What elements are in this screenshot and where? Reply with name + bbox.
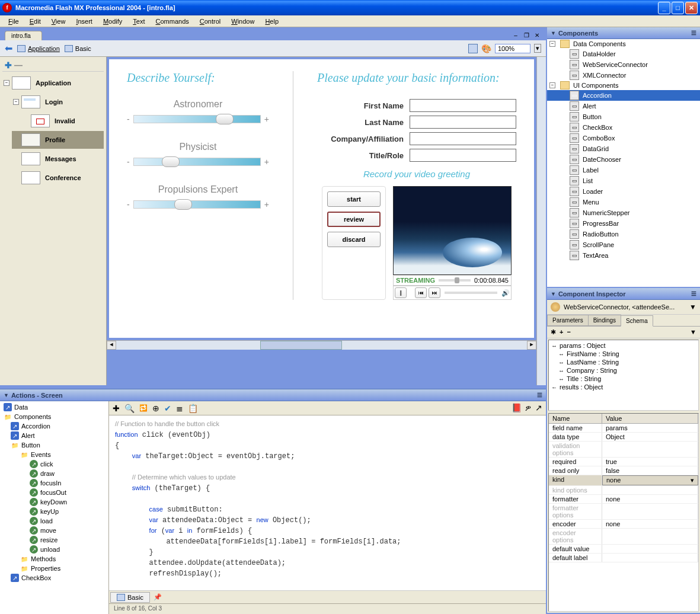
volume-icon[interactable]: 🔊 bbox=[501, 289, 510, 297]
instance-selector[interactable]: WebServiceConnector, <attendeeSe... bbox=[564, 303, 675, 311]
property-row[interactable]: field nameparams bbox=[549, 424, 698, 433]
pause-icon[interactable]: ∥ bbox=[395, 287, 407, 298]
back-arrow-icon[interactable]: ⬅ bbox=[5, 43, 12, 54]
column-header-value[interactable]: Value bbox=[602, 414, 698, 423]
schema-item[interactable]: ↔FirstName : String bbox=[550, 350, 697, 358]
dropdown-icon[interactable]: ▾ bbox=[691, 477, 694, 484]
toolbox-item-unload[interactable]: ↗unload bbox=[1, 545, 107, 554]
next-icon[interactable]: ⏭ bbox=[429, 287, 440, 298]
toolbox-item-alert[interactable]: ↗Alert bbox=[1, 431, 107, 440]
toolbox-item-load[interactable]: ↗load bbox=[1, 516, 107, 526]
slider-thumb[interactable] bbox=[174, 199, 192, 210]
remove-screen-icon[interactable]: — bbox=[14, 60, 23, 70]
collapse-arrow-icon[interactable]: ▼ bbox=[4, 392, 9, 398]
company-affiliation-input[interactable] bbox=[410, 132, 516, 145]
menu-commands[interactable]: Commands bbox=[151, 17, 194, 26]
edit-symbol-icon[interactable]: 🎨 bbox=[481, 44, 491, 53]
component-button[interactable]: ▭Button bbox=[547, 111, 700, 122]
start-button[interactable]: start bbox=[327, 191, 381, 207]
first-name-input[interactable] bbox=[410, 99, 516, 112]
property-row[interactable]: default label bbox=[549, 554, 698, 562]
property-row[interactable]: requiredtrue bbox=[549, 458, 698, 466]
prev-icon[interactable]: ⏮ bbox=[415, 287, 427, 298]
slider-track[interactable] bbox=[133, 200, 261, 209]
title-role-input[interactable] bbox=[410, 149, 516, 162]
screen-node-messages[interactable]: Messages bbox=[12, 150, 104, 168]
screen-node-application[interactable]: −Application bbox=[2, 74, 104, 92]
screen-node-conference[interactable]: Conference bbox=[12, 169, 104, 187]
menu-text[interactable]: Text bbox=[128, 17, 149, 26]
tab-parameters[interactable]: Parameters bbox=[547, 315, 589, 326]
panel-menu-icon[interactable]: ☰ bbox=[691, 290, 696, 297]
zoom-input[interactable] bbox=[495, 44, 530, 53]
code-editor[interactable]: // Function to handle the button click f… bbox=[109, 415, 546, 590]
component-datechooser[interactable]: ▭DateChooser bbox=[547, 154, 700, 165]
toolbox-item-components[interactable]: 📁Components bbox=[1, 412, 107, 421]
toolbox-item-checkbox[interactable]: ↗CheckBox bbox=[1, 573, 107, 583]
component-progressbar[interactable]: ▭ProgressBar bbox=[547, 218, 700, 229]
last-name-input[interactable] bbox=[410, 116, 516, 129]
component-scrollpane[interactable]: ▭ScrollPane bbox=[547, 239, 700, 250]
pin-script-icon[interactable]: ↗ bbox=[535, 403, 542, 413]
property-value[interactable]: none bbox=[602, 520, 698, 528]
minimize-button[interactable]: _ bbox=[658, 2, 670, 14]
maximize-button[interactable]: □ bbox=[672, 2, 684, 14]
property-value[interactable]: none bbox=[602, 495, 698, 503]
toolbox-item-move[interactable]: ↗move bbox=[1, 526, 107, 535]
doc-minimize-button[interactable]: – bbox=[512, 32, 520, 39]
menu-help[interactable]: Help bbox=[260, 17, 283, 26]
remove-icon[interactable]: − bbox=[567, 328, 570, 336]
auto-format-icon[interactable]: ≣ bbox=[176, 404, 183, 413]
collapse-arrow-icon[interactable]: ▼ bbox=[551, 30, 556, 36]
panel-menu-icon[interactable]: ☰ bbox=[691, 30, 696, 36]
property-row[interactable]: read onlyfalse bbox=[549, 466, 698, 475]
component-combobox[interactable]: ▭ComboBox bbox=[547, 133, 700, 143]
vertical-scrollbar[interactable] bbox=[536, 57, 546, 385]
add-icon[interactable]: ✚ bbox=[113, 404, 120, 413]
toolbox-item-resize[interactable]: ↗resize bbox=[1, 535, 107, 545]
doc-restore-button[interactable]: ❐ bbox=[522, 32, 530, 39]
screen-node-login[interactable]: −Login bbox=[12, 93, 104, 111]
menu-insert[interactable]: Insert bbox=[71, 17, 97, 26]
doc-close-button[interactable]: ✕ bbox=[533, 32, 541, 39]
toolbox-item-click[interactable]: ↗click bbox=[1, 459, 107, 469]
schema-item[interactable]: ↔Title : String bbox=[550, 375, 697, 383]
property-value[interactable]: Object bbox=[602, 433, 698, 441]
slider-track[interactable] bbox=[133, 158, 261, 166]
schema-item[interactable]: ←results : Object bbox=[550, 383, 697, 391]
toolbox-item-keyup[interactable]: ↗keyUp bbox=[1, 507, 107, 516]
component-list[interactable]: ▭List bbox=[547, 175, 700, 186]
component-loader[interactable]: ▭Loader bbox=[547, 186, 700, 197]
component-datagrid[interactable]: ▭DataGrid bbox=[547, 143, 700, 154]
expander-icon[interactable]: − bbox=[549, 41, 555, 47]
slider-track[interactable] bbox=[133, 115, 261, 123]
schema-item[interactable]: ↔Company : String bbox=[550, 366, 697, 375]
component-menu[interactable]: ▭Menu bbox=[547, 197, 700, 207]
toolbox-item-keydown[interactable]: ↗keyDown bbox=[1, 497, 107, 507]
target-icon[interactable]: ⊕ bbox=[152, 404, 159, 413]
document-tab[interactable]: intro.fla bbox=[5, 31, 42, 40]
edit-scene-icon[interactable] bbox=[468, 44, 478, 53]
dropdown-icon[interactable]: ▼ bbox=[689, 303, 696, 311]
slider-thumb[interactable] bbox=[216, 114, 234, 124]
component-numericstepper[interactable]: ▭NumericStepper bbox=[547, 207, 700, 218]
component-group[interactable]: −UI Components bbox=[547, 81, 700, 90]
components-panel-header[interactable]: ▼ Components ☰ bbox=[547, 27, 700, 39]
review-button[interactable]: review bbox=[327, 212, 381, 227]
show-codehint-icon[interactable]: 📋 bbox=[188, 404, 198, 413]
property-row[interactable]: kindnone▾ bbox=[549, 475, 698, 486]
toolbox-item-draw[interactable]: ↗draw bbox=[1, 469, 107, 478]
reference-icon[interactable]: 📕 bbox=[512, 403, 522, 413]
expander-icon[interactable]: − bbox=[549, 82, 555, 88]
toolbox-item-events[interactable]: 📁Events bbox=[1, 450, 107, 459]
toolbox-item-focusout[interactable]: ↗focusOut bbox=[1, 488, 107, 497]
pin-icon[interactable]: 📌 bbox=[154, 593, 162, 601]
zoom-dropdown-icon[interactable]: ▾ bbox=[534, 44, 541, 53]
toolbox-item-accordion[interactable]: ↗Accordion bbox=[1, 421, 107, 431]
property-row[interactable]: default value bbox=[549, 545, 698, 554]
schema-item[interactable]: ↔LastName : String bbox=[550, 358, 697, 366]
component-dataholder[interactable]: ▭DataHolder bbox=[547, 49, 700, 59]
toolbox-item-button[interactable]: 📁Button bbox=[1, 440, 107, 450]
debug-options-icon[interactable]: ዎ bbox=[525, 403, 532, 413]
column-header-name[interactable]: Name bbox=[549, 414, 602, 423]
